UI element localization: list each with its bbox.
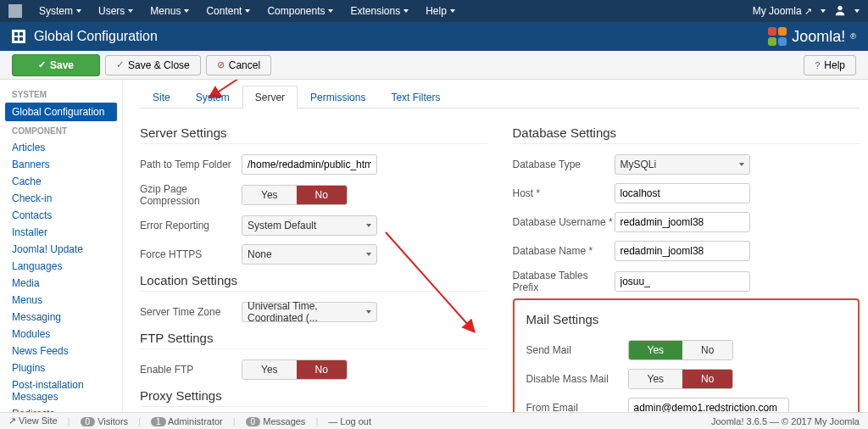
save-close-button[interactable]: ✓Save & Close [105,55,201,75]
cancel-icon: ⊘ [217,59,225,70]
gzip-toggle[interactable]: YesNo [242,185,348,205]
proxy-settings-heading: Proxy Settings [140,388,487,407]
enable-ftp-label: Enable FTP [140,364,242,376]
tab-server[interactable]: Server [242,86,298,109]
visitors-count[interactable]: 0 Visitors [81,416,129,426]
tab-text-filters[interactable]: Text Filters [378,86,453,109]
admins-count[interactable]: 1 Administrator [151,416,223,426]
tmp-path-label: Path to Temp Folder [140,159,242,170]
send-mail-label: Send Mail [526,344,628,356]
force-https-select[interactable]: None [242,244,377,265]
db-name-label: Database Name * [513,245,615,257]
sidebar-item[interactable]: Contacts [0,207,122,224]
db-host-label: Host * [513,187,615,199]
menu-help[interactable]: Help [417,2,464,20]
site-name-link[interactable]: My Joomla ↗ [753,5,812,17]
db-type-select[interactable]: MySQLi [615,154,750,175]
tab-system[interactable]: System [183,86,242,109]
server-settings-heading: Server Settings [140,125,487,144]
menu-components[interactable]: Components [259,2,342,20]
timezone-select[interactable]: Universal Time, Coordinated (... [242,302,377,322]
sidebar-item[interactable]: Check-in [0,190,122,207]
sidebar-group-system: SYSTEM [0,85,122,103]
page-title: Global Configuration [34,29,158,44]
view-site-link[interactable]: ↗ View Site [8,415,58,426]
top-menu: System Users Menus Content Components Ex… [31,2,464,20]
error-reporting-label: Error Reporting [140,220,242,231]
content-pane: Site System Server Permissions Text Filt… [123,80,868,412]
tab-site[interactable]: Site [140,86,183,109]
mail-settings-box: Mail Settings Send Mail YesNo Disable Ma… [513,298,860,412]
chevron-down-icon [366,310,371,314]
admin-top-nav: System Users Menus Content Components Ex… [0,0,868,22]
sidebar-item[interactable]: Media [0,275,122,292]
config-grid-icon [12,30,25,43]
main-area: SYSTEM Global Configuration COMPONENT Ar… [0,80,868,412]
tab-permissions[interactable]: Permissions [298,86,378,109]
from-email-input[interactable] [628,398,789,412]
check-icon: ✓ [116,59,124,70]
logout-link[interactable]: — Log out [328,416,371,426]
cancel-button[interactable]: ⊘Cancel [206,55,271,75]
error-reporting-select[interactable]: System Default [242,215,377,236]
config-tabs: Site System Server Permissions Text Filt… [140,85,860,109]
server-column: Server Settings Path to Temp Folder Gzip… [140,120,487,412]
user-menu-icon[interactable] [834,4,846,19]
joomla-brand: Joomla!® [768,27,856,46]
sidebar-item[interactable]: Joomla! Update [0,241,122,258]
external-link-icon: ↗ [804,6,812,16]
sidebar-item[interactable]: Modules [0,326,122,343]
sidebar-item[interactable]: Plugins [0,359,122,376]
sidebar-item-global-config[interactable]: Global Configuration [5,103,117,121]
sidebar-item[interactable]: News Feeds [0,343,122,359]
sidebar-item[interactable]: Installer [0,224,122,241]
timezone-label: Server Time Zone [140,306,242,318]
component-sidebar: SYSTEM Global Configuration COMPONENT Ar… [0,80,123,412]
action-toolbar: ✓Save ✓Save & Close ⊘Cancel ?Help [0,51,868,80]
menu-system[interactable]: System [31,2,90,20]
svg-point-0 [837,5,842,9]
send-mail-toggle[interactable]: YesNo [628,340,734,360]
disable-mass-mail-toggle[interactable]: YesNo [628,369,734,389]
version-text: Joomla! 3.6.5 — © 2017 My Joomla [711,416,860,426]
enable-ftp-toggle[interactable]: YesNo [242,359,348,380]
menu-extensions[interactable]: Extensions [342,2,417,20]
db-user-label: Database Username * [513,216,615,228]
db-prefix-input[interactable] [615,271,750,292]
database-settings-heading: Database Settings [513,125,860,144]
gzip-label: Gzip Page Compression [140,183,242,207]
location-settings-heading: Location Settings [140,273,487,292]
help-icon: ? [815,60,820,70]
from-email-label: From Email [526,402,628,412]
menu-menus[interactable]: Menus [142,2,198,20]
tmp-path-input[interactable] [242,154,377,175]
messages-count[interactable]: 0 Messages [246,416,306,426]
status-footer: ↗ View Site | 0 Visitors | 1 Administrat… [0,412,868,429]
sidebar-item[interactable]: Menus [0,292,122,309]
db-prefix-label: Database Tables Prefix [513,270,615,293]
db-host-input[interactable] [615,183,750,203]
db-user-input[interactable] [615,212,750,232]
database-column: Database Settings Database Type MySQLi H… [513,120,860,412]
sidebar-item[interactable]: Languages [0,258,122,275]
chevron-down-icon [366,224,371,227]
mail-settings-heading: Mail Settings [526,312,847,330]
sidebar-item[interactable]: Messaging [0,309,122,326]
menu-users[interactable]: Users [90,2,142,20]
menu-content[interactable]: Content [198,2,259,20]
sidebar-item[interactable]: Redirects [0,405,122,412]
sidebar-item[interactable]: Cache [0,173,122,190]
force-https-label: Force HTTPS [140,248,242,260]
db-type-label: Database Type [513,159,615,170]
sidebar-item[interactable]: Banners [0,156,122,173]
chevron-down-icon [366,253,371,256]
sidebar-group-component: COMPONENT [0,121,122,139]
save-button[interactable]: ✓Save [12,54,100,76]
db-name-input[interactable] [615,241,750,261]
check-icon: ✓ [38,59,46,70]
ftp-settings-heading: FTP Settings [140,331,487,349]
sidebar-item[interactable]: Post-installation Messages [0,376,122,405]
help-button[interactable]: ?Help [804,55,856,75]
sidebar-item[interactable]: Articles [0,139,122,156]
joomla-mini-icon [8,4,22,18]
